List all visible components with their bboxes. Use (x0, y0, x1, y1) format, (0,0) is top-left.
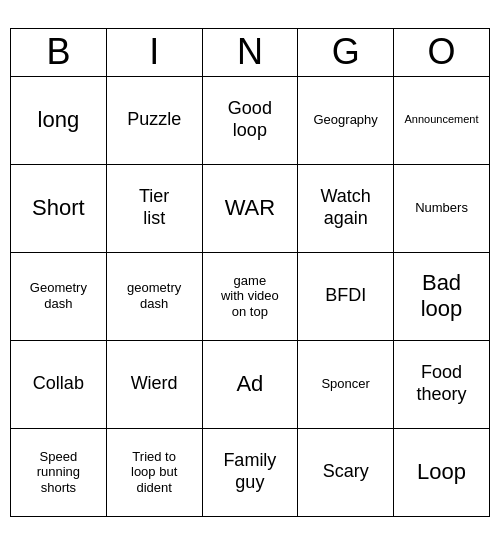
bingo-row: ShortTier listWARWatch againNumbers (11, 164, 490, 252)
bingo-cell: Announcement (394, 76, 490, 164)
bingo-cell: Sponcer (298, 340, 394, 428)
cell-content: Geometry dash (15, 280, 102, 311)
header-letter: N (202, 28, 298, 76)
cell-content: Geography (302, 112, 389, 128)
cell-content: long (15, 107, 102, 133)
cell-content: Family guy (207, 450, 294, 493)
bingo-header: BINGO (11, 28, 490, 76)
bingo-cell: Geometry dash (11, 252, 107, 340)
cell-content: Good loop (207, 98, 294, 141)
bingo-row: Geometry dashgeometry dashgame with vide… (11, 252, 490, 340)
bingo-row: CollabWierdAdSponcerFood theory (11, 340, 490, 428)
bingo-cell: Numbers (394, 164, 490, 252)
cell-content: Loop (398, 459, 485, 485)
bingo-cell: Watch again (298, 164, 394, 252)
bingo-cell: Good loop (202, 76, 298, 164)
bingo-cell: WAR (202, 164, 298, 252)
cell-content: Tier list (111, 186, 198, 229)
bingo-cell: Short (11, 164, 107, 252)
bingo-row: longPuzzleGood loopGeographyAnnouncement (11, 76, 490, 164)
bingo-card: BINGO longPuzzleGood loopGeographyAnnoun… (10, 28, 490, 517)
bingo-row: Speed running shortsTried to loop but di… (11, 428, 490, 516)
bingo-cell: Food theory (394, 340, 490, 428)
bingo-cell: Collab (11, 340, 107, 428)
bingo-cell: Tier list (106, 164, 202, 252)
bingo-cell: geometry dash (106, 252, 202, 340)
bingo-cell: Tried to loop but dident (106, 428, 202, 516)
header-letter: B (11, 28, 107, 76)
bingo-cell: Bad loop (394, 252, 490, 340)
cell-content: Sponcer (302, 376, 389, 392)
cell-content: Tried to loop but dident (111, 449, 198, 496)
bingo-cell: Geography (298, 76, 394, 164)
cell-content: Bad loop (398, 270, 485, 323)
cell-content: Scary (302, 461, 389, 483)
bingo-cell: Ad (202, 340, 298, 428)
bingo-cell: Wierd (106, 340, 202, 428)
cell-content: Wierd (111, 373, 198, 395)
bingo-cell: BFDI (298, 252, 394, 340)
cell-content: Announcement (398, 113, 485, 126)
bingo-cell: Puzzle (106, 76, 202, 164)
bingo-cell: Loop (394, 428, 490, 516)
cell-content: Ad (207, 371, 294, 397)
cell-content: Numbers (398, 200, 485, 216)
bingo-cell: long (11, 76, 107, 164)
bingo-cell: Family guy (202, 428, 298, 516)
bingo-cell: Speed running shorts (11, 428, 107, 516)
cell-content: Speed running shorts (15, 449, 102, 496)
cell-content: geometry dash (111, 280, 198, 311)
cell-content: Watch again (302, 186, 389, 229)
header-letter: I (106, 28, 202, 76)
cell-content: WAR (207, 195, 294, 221)
bingo-cell: Scary (298, 428, 394, 516)
cell-content: Puzzle (111, 109, 198, 131)
header-letter: G (298, 28, 394, 76)
bingo-cell: game with video on top (202, 252, 298, 340)
cell-content: game with video on top (207, 273, 294, 320)
cell-content: Food theory (398, 362, 485, 405)
bingo-body: longPuzzleGood loopGeographyAnnouncement… (11, 76, 490, 516)
cell-content: BFDI (302, 285, 389, 307)
header-letter: O (394, 28, 490, 76)
cell-content: Short (15, 195, 102, 221)
cell-content: Collab (15, 373, 102, 395)
